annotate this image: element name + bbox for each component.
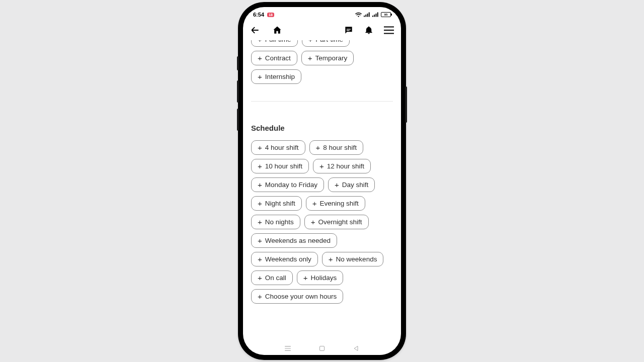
plus-icon: + [308,40,313,43]
plus-icon: + [258,181,262,189]
phone-screen: 6:54 18 95 [243,7,401,355]
chip-label: No weekends [336,255,377,263]
chip-label: Part-time [315,40,343,43]
chip-label: On call [265,274,286,282]
schedule-section-title: Schedule [251,124,393,132]
chip-label: Day shift [342,181,369,189]
chip-label: Holidays [311,274,337,282]
status-bar: 6:54 18 95 [243,7,401,20]
app-nav-bar [243,20,401,40]
filter-chip[interactable]: +Contract [251,51,297,65]
status-time: 6:54 [253,12,264,18]
content-scroll[interactable]: +Full-time +Part-time +Contract +Tempora… [243,40,401,342]
messages-icon[interactable] [344,25,354,35]
job-type-chip-row: +Contract +Temporary +Internship [251,51,393,84]
phone-side-button [237,80,239,103]
filter-chip[interactable]: +Part-time [302,40,350,47]
filter-chip[interactable]: +12 hour shift [313,159,371,173]
filter-chip[interactable]: +4 hour shift [251,140,305,155]
schedule-chip-group: +4 hour shift+8 hour shift+10 hour shift… [251,140,393,304]
filter-chip[interactable]: +Monday to Friday [251,177,324,192]
filter-chip[interactable]: +Temporary [301,51,354,65]
chip-label: Full-time [265,40,291,43]
plus-icon: + [258,162,262,170]
phone-frame: 6:54 18 95 [238,2,406,360]
plus-icon: + [303,274,308,282]
filter-chip[interactable]: +10 hour shift [251,159,309,173]
chip-label: 4 hour shift [265,144,299,151]
plus-icon: + [319,162,324,170]
chip-label: Evening shift [320,200,359,207]
phone-side-button [405,86,407,123]
plus-icon: + [258,40,262,43]
chip-label: Internship [265,73,295,80]
back-icon[interactable] [250,25,260,35]
plus-icon: + [258,218,262,226]
wifi-icon [355,12,362,17]
chip-label: Monday to Friday [265,181,317,189]
plus-icon: + [308,54,312,62]
plus-icon: + [258,200,262,207]
chip-label: 10 hour shift [265,162,302,170]
plus-icon: + [335,181,339,189]
filter-chip[interactable]: +Day shift [328,177,375,192]
filter-chip[interactable]: +Weekends only [251,252,318,266]
signal-icon [372,12,379,17]
filter-chip[interactable]: +Internship [251,69,301,84]
chip-label: 8 hour shift [323,144,357,151]
system-back-icon[interactable] [353,345,360,352]
plus-icon: + [258,293,262,300]
plus-icon: + [258,237,262,244]
filter-chip[interactable]: +No weekends [322,252,384,266]
filter-chip[interactable]: +Full-time [251,40,298,47]
system-home-icon[interactable] [318,345,326,352]
filter-chip[interactable]: +Evening shift [306,196,365,211]
plus-icon: + [316,144,320,151]
battery-icon: 95 [381,12,391,17]
phone-side-button [237,56,239,70]
plus-icon: + [258,54,262,62]
plus-icon: + [258,144,262,151]
plus-icon: + [312,200,317,207]
plus-icon: + [258,255,262,263]
phone-side-button [237,109,239,131]
menu-icon[interactable] [384,25,394,35]
filter-chip[interactable]: +Night shift [251,196,302,211]
svg-rect-0 [320,346,325,351]
job-type-chip-row-partial: +Full-time +Part-time [251,40,393,47]
filter-chip[interactable]: +Holidays [297,270,344,285]
plus-icon: + [258,73,262,80]
filter-chip[interactable]: +Overnight shift [304,215,369,229]
chip-label: Weekends as needed [265,237,331,244]
filter-chip[interactable]: +Weekends as needed [251,233,337,248]
filter-chip[interactable]: +Choose your own hours [251,289,343,304]
plus-icon: + [258,274,262,282]
section-divider [251,101,393,102]
chip-label: No nights [265,218,294,226]
chip-label: 12 hour shift [327,162,364,170]
chip-label: Contract [265,54,291,62]
chip-label: Night shift [265,200,295,207]
filter-chip[interactable]: +8 hour shift [309,140,364,155]
plus-icon: + [329,255,333,263]
system-nav-bar [243,342,401,355]
signal-icon [364,12,370,17]
plus-icon: + [311,218,315,226]
chip-label: Choose your own hours [265,293,337,300]
filter-chip[interactable]: +On call [251,270,293,285]
bell-icon[interactable] [364,25,374,35]
home-icon[interactable] [272,25,282,35]
status-notification-badge: 18 [267,13,274,17]
chip-label: Temporary [315,54,348,62]
chip-label: Weekends only [265,255,311,263]
filter-chip[interactable]: +No nights [251,215,300,229]
chip-label: Overnight shift [318,218,362,226]
system-recent-icon[interactable] [284,345,291,352]
